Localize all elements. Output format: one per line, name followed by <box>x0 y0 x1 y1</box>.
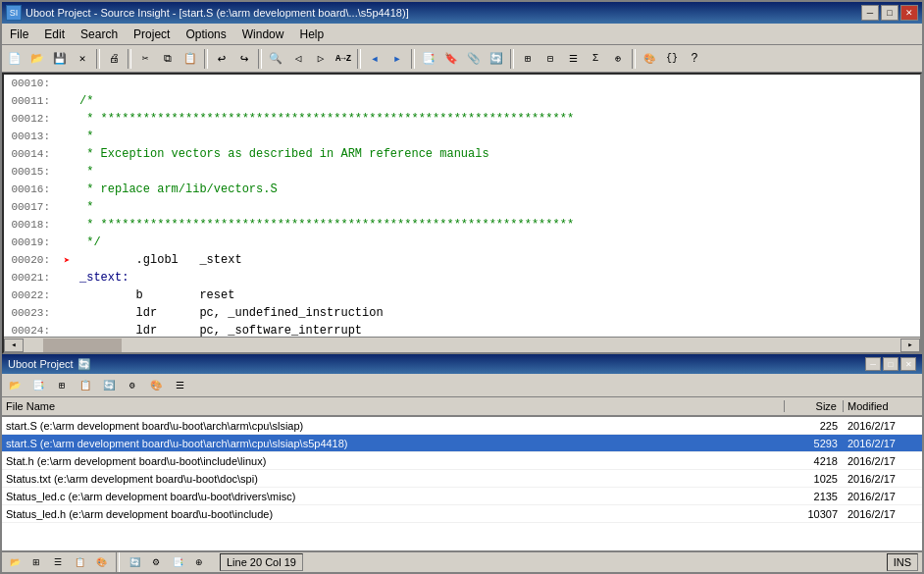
layout-button[interactable]: ⊟ <box>539 48 561 70</box>
view2-button[interactable]: ☰ <box>562 48 584 70</box>
cut-button[interactable]: ✂ <box>134 48 156 70</box>
open-button[interactable]: 📂 <box>26 48 48 70</box>
code-line[interactable]: 00023: ldr pc, _undefined_instruction <box>4 304 920 322</box>
go-forward-button[interactable]: ▸ <box>386 48 408 70</box>
h-scroll-thumb[interactable] <box>43 339 122 352</box>
code-line[interactable]: 00021:_stext: <box>4 269 920 287</box>
maximize-button[interactable]: □ <box>881 5 898 21</box>
menu-search[interactable]: Search <box>73 24 126 44</box>
status-btn5[interactable]: 🎨 <box>92 553 110 571</box>
panel-controls[interactable]: ─ □ ✕ <box>865 357 916 371</box>
help-btn[interactable]: ? <box>684 48 705 70</box>
status-btn7[interactable]: ⚙ <box>147 553 165 571</box>
panel-close-btn[interactable]: ✕ <box>900 357 916 371</box>
bookmarks-button[interactable]: 🔖 <box>440 48 462 70</box>
color-button[interactable]: 🎨 <box>639 48 660 70</box>
find-prev-button[interactable]: ◁ <box>287 48 309 70</box>
find-button[interactable]: 🔍 <box>265 48 286 70</box>
sep6 <box>411 49 415 69</box>
close-doc-button[interactable]: ✕ <box>72 48 93 70</box>
code-line[interactable]: 00011:/* <box>4 92 920 110</box>
panel-tb-btn3[interactable]: ⊞ <box>51 375 73 396</box>
line-code: */ <box>76 235 920 249</box>
scroll-left-btn[interactable]: ◂ <box>4 339 24 352</box>
panel-minimize-btn[interactable]: ─ <box>865 357 881 371</box>
config-button[interactable]: {} <box>661 48 683 70</box>
redo-button[interactable]: ↪ <box>233 48 255 70</box>
title-controls[interactable]: ─ □ ✕ <box>861 5 918 21</box>
h-scroll-track[interactable] <box>24 339 900 352</box>
go-back-button[interactable]: ◂ <box>364 48 385 70</box>
menu-project[interactable]: Project <box>126 24 178 44</box>
code-line[interactable]: 00022: b reset <box>4 287 920 304</box>
code-line[interactable]: 00010: <box>4 75 920 92</box>
panel-tb-btn6[interactable]: ⚙ <box>122 375 143 396</box>
code-line[interactable]: 00015: * <box>4 163 920 181</box>
new-button[interactable]: 📄 <box>4 48 26 70</box>
scroll-right-btn[interactable]: ▸ <box>900 339 920 352</box>
status-btn6[interactable]: 🔄 <box>126 553 143 571</box>
save-button[interactable]: 💾 <box>49 48 71 70</box>
code-line[interactable]: 00016: * replace arm/lib/vectors.S <box>4 181 920 198</box>
panel-tb-btn7[interactable]: 🎨 <box>145 375 167 396</box>
copy-button[interactable]: ⧉ <box>157 48 179 70</box>
code-line[interactable]: 00018: * *******************************… <box>4 216 920 234</box>
file-table[interactable]: File Name Size Modified start.S (e:\arm … <box>2 397 922 550</box>
replace-button[interactable]: A→Z <box>333 48 354 70</box>
list-item[interactable]: Status_led.h (e:\arm development board\u… <box>2 505 922 523</box>
list-item[interactable]: Status_led.c (e:\arm development board\u… <box>2 488 922 505</box>
app-icon: SI <box>6 5 22 21</box>
line-code: b reset <box>76 288 920 302</box>
line-number: 00023: <box>4 307 58 319</box>
code-line[interactable]: 00020:➤ .globl _stext <box>4 251 920 269</box>
panel-tb-btn1[interactable]: 📂 <box>4 375 26 396</box>
code-line[interactable]: 00012: * *******************************… <box>4 110 920 128</box>
menu-help[interactable]: Help <box>291 24 332 44</box>
list-item[interactable]: start.S (e:\arm development board\u-boot… <box>2 435 922 452</box>
panel-tb-btn4[interactable]: 📋 <box>75 375 96 396</box>
file-name: Status_led.c (e:\arm development board\u… <box>2 491 785 502</box>
list-item[interactable]: start.S (e:\arm development board\u-boot… <box>2 417 922 435</box>
code-line[interactable]: 00013: * <box>4 128 920 145</box>
line-code: ldr pc, _software_interrupt <box>76 324 920 337</box>
columns-button[interactable]: ⊞ <box>517 48 539 70</box>
menu-window[interactable]: Window <box>234 24 292 44</box>
col-header-filename: File Name <box>2 400 785 412</box>
list-item[interactable]: Stat.h (e:\arm development board\u-boot\… <box>2 452 922 470</box>
symbol-button[interactable]: Σ <box>585 48 606 70</box>
status-btn2[interactable]: ⊞ <box>27 553 45 571</box>
panel-title-text: Uboot Project <box>8 358 74 370</box>
line-number: 00020: <box>4 254 58 266</box>
print-button[interactable]: 🖨 <box>103 48 125 70</box>
sync-button[interactable]: 🔄 <box>486 48 507 70</box>
panel-maximize-btn[interactable]: □ <box>883 357 898 371</box>
paste-button[interactable]: 📋 <box>180 48 201 70</box>
panel-tb-btn5[interactable]: 🔄 <box>98 375 120 396</box>
list-item[interactable]: Status.txt (e:\arm development board\u-b… <box>2 470 922 488</box>
status-btn4[interactable]: 📋 <box>71 553 88 571</box>
panel-tb-btn2[interactable]: 📑 <box>27 375 49 396</box>
browse-button[interactable]: 📎 <box>463 48 485 70</box>
undo-button[interactable]: ↩ <box>211 48 232 70</box>
status-btn1[interactable]: 📂 <box>6 553 24 571</box>
code-line[interactable]: 00019: */ <box>4 234 920 251</box>
code-line[interactable]: 00024: ldr pc, _software_interrupt <box>4 322 920 337</box>
menu-file[interactable]: File <box>2 24 36 44</box>
bookmark-button[interactable]: 📑 <box>418 48 439 70</box>
panel-toolbar: 📂 📑 ⊞ 📋 🔄 ⚙ 🎨 ☰ <box>2 374 922 397</box>
close-button[interactable]: ✕ <box>900 5 918 21</box>
code-line[interactable]: 00014: * Exception vectors as described … <box>4 145 920 163</box>
find-next-button[interactable]: ▷ <box>310 48 332 70</box>
status-btn8[interactable]: 📑 <box>169 553 186 571</box>
status-btn9[interactable]: ⊕ <box>190 553 208 571</box>
code-line[interactable]: 00017: * <box>4 198 920 216</box>
code-content[interactable]: 00010:00011:/*00012: * *****************… <box>4 75 920 337</box>
panel-tb-btn8[interactable]: ☰ <box>169 375 190 396</box>
status-btn3[interactable]: ☰ <box>49 553 67 571</box>
h-scrollbar[interactable]: ◂ ▸ <box>4 337 920 352</box>
menu-edit[interactable]: Edit <box>36 24 73 44</box>
minimize-button[interactable]: ─ <box>861 5 879 21</box>
macro-button[interactable]: ⊕ <box>607 48 629 70</box>
menu-options[interactable]: Options <box>178 24 233 44</box>
status-sep <box>116 552 120 572</box>
